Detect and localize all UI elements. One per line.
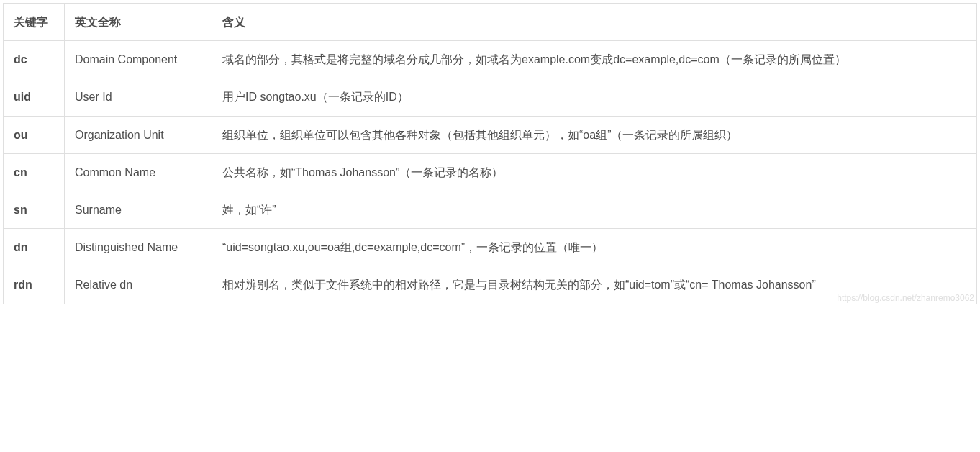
cell-english: Domain Component (65, 41, 212, 78)
table-row: dn Distinguished Name “uid=songtao.xu,ou… (4, 229, 977, 266)
cell-keyword: cn (4, 153, 65, 191)
cell-english: Surname (65, 191, 212, 228)
table-row: dc Domain Component 域名的部分，其格式是将完整的域名分成几部… (4, 41, 977, 78)
cell-english: Organization Unit (65, 116, 212, 153)
cell-keyword: sn (4, 191, 65, 228)
table-row: uid User Id 用户ID songtao.xu（一条记录的ID） (4, 78, 977, 116)
cell-keyword: dn (4, 229, 65, 266)
header-english: 英文全称 (65, 4, 212, 41)
cell-meaning: 相对辨别名，类似于文件系统中的相对路径，它是与目录树结构无关的部分，如“uid=… (212, 266, 977, 304)
ldap-keywords-table: 关键字 英文全称 含义 dc Domain Component 域名的部分，其格… (3, 3, 977, 304)
cell-meaning: 组织单位，组织单位可以包含其他各种对象（包括其他组织单元），如“oa组”（一条记… (212, 116, 977, 153)
table-row: rdn Relative dn 相对辨别名，类似于文件系统中的相对路径，它是与目… (4, 266, 977, 304)
header-keyword: 关键字 (4, 4, 65, 41)
cell-keyword: ou (4, 116, 65, 153)
cell-meaning: 姓，如“许” (212, 191, 977, 228)
cell-meaning: 用户ID songtao.xu（一条记录的ID） (212, 78, 977, 116)
cell-keyword: rdn (4, 266, 65, 304)
header-meaning: 含义 (212, 4, 977, 41)
table-row: cn Common Name 公共名称，如“Thomas Johansson”（… (4, 153, 977, 191)
cell-meaning: 域名的部分，其格式是将完整的域名分成几部分，如域名为example.com变成d… (212, 41, 977, 78)
cell-english: Distinguished Name (65, 229, 212, 266)
cell-keyword: dc (4, 41, 65, 78)
cell-keyword: uid (4, 78, 65, 116)
cell-meaning: 公共名称，如“Thomas Johansson”（一条记录的名称） (212, 153, 977, 191)
table-row: ou Organization Unit 组织单位，组织单位可以包含其他各种对象… (4, 116, 977, 153)
cell-meaning: “uid=songtao.xu,ou=oa组,dc=example,dc=com… (212, 229, 977, 266)
table-header-row: 关键字 英文全称 含义 (4, 4, 977, 41)
cell-english: Common Name (65, 153, 212, 191)
cell-english: Relative dn (65, 266, 212, 304)
cell-english: User Id (65, 78, 212, 116)
table-row: sn Surname 姓，如“许” (4, 191, 977, 228)
